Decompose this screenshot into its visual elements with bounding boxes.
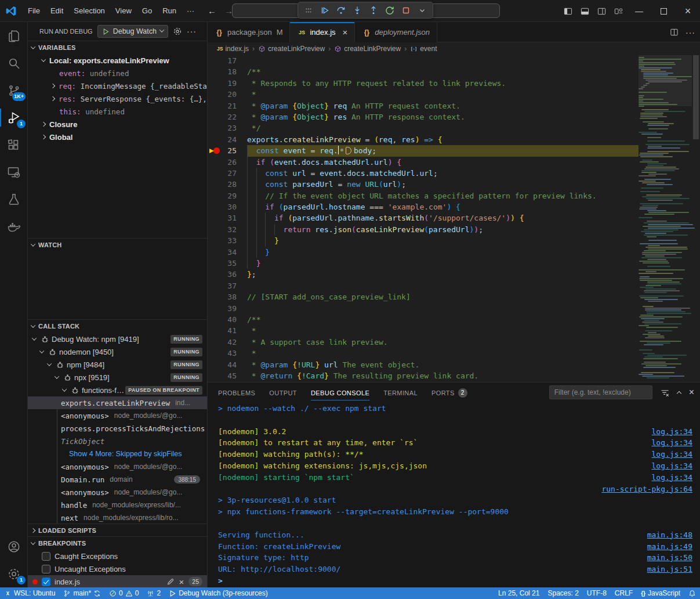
code-line-22[interactable]: 22 * @param {Object} res An HTTP respons… [208, 111, 639, 122]
code-line-30[interactable]: 30 if (parsedUrl.hostname === 'example.c… [208, 201, 639, 212]
code-line-38[interactable]: 38 // [START add_ons_case_preview_link] [208, 291, 639, 302]
step-out-button[interactable] [367, 3, 380, 17]
gutter-38[interactable]: 38 [208, 291, 247, 302]
toggle-panel-button[interactable] [576, 0, 593, 22]
code-line-20[interactable]: 20 * [208, 89, 639, 100]
menu-go[interactable]: Go [137, 6, 157, 15]
console-input[interactable]: > [208, 575, 700, 587]
status-branch[interactable]: main* [59, 587, 105, 599]
stack-frame-row[interactable]: handle node_modules/express/lib/... [28, 499, 207, 511]
debug-session-row[interactable]: npx [9519]RUNNING [28, 371, 207, 384]
variable-row[interactable]: this: undefined [28, 105, 207, 118]
breakpoint-row[interactable]: index.js ×25 [28, 575, 207, 587]
gutter-39[interactable]: 39 [208, 303, 247, 314]
stack-show-more-link[interactable]: Show 4 More: Skipped by skipFiles [28, 448, 207, 460]
status-cursor-position[interactable]: Ln 25, Col 21 [494, 587, 543, 599]
menu-edit[interactable]: Edit [45, 6, 68, 15]
code-line-32[interactable]: 32 return res.json(caseLinkPreview(parse… [208, 224, 639, 235]
console-filter-input[interactable] [549, 385, 652, 399]
gutter-34[interactable]: 34 [208, 247, 247, 258]
gutter-30[interactable]: 30 [208, 201, 247, 212]
code-line-40[interactable]: 40 /** [208, 314, 639, 325]
panel-tab-output[interactable]: OUTPUT [269, 383, 297, 403]
step-into-button[interactable] [350, 3, 364, 17]
console-source-link[interactable]: main.js:48 [647, 529, 692, 541]
code-line-24[interactable]: 24 exports.createLinkPreview = (req, res… [208, 134, 639, 145]
panel-tab-terminal[interactable]: TERMINAL [383, 383, 418, 403]
variable-row[interactable]: req: IncomingMessage {_readableState:… [28, 80, 207, 92]
breadcrumb-item[interactable]: event [410, 45, 437, 53]
minimap[interactable] [639, 55, 692, 382]
code-line-42[interactable]: 42 * A support case link preview. [208, 337, 639, 348]
continue-button[interactable] [318, 3, 332, 17]
activity-accounts[interactable] [0, 533, 28, 560]
remove-breakpoint-icon[interactable]: × [179, 577, 184, 587]
code-line-39[interactable]: 39 [208, 303, 639, 314]
call-stack-header[interactable]: CALL STACK [28, 320, 207, 333]
split-editor-icon[interactable] [670, 28, 679, 37]
customize-layout-button[interactable] [610, 0, 627, 22]
restart-button[interactable] [383, 3, 397, 17]
toggle-sidebar-button[interactable] [560, 0, 576, 22]
code-line-25[interactable]: 25 const event = req.body; [208, 145, 639, 156]
debug-session-row[interactable]: nodemon [9450]RUNNING [28, 345, 207, 358]
panel-close-icon[interactable]: × [689, 387, 694, 398]
code-line-23[interactable]: 23 */ [208, 122, 639, 133]
activity-run-and-debug[interactable]: 1 [0, 104, 28, 131]
gutter-25[interactable]: 25 [208, 145, 247, 156]
code-line-34[interactable]: 34 } [208, 247, 639, 258]
breakpoint-checkbox[interactable] [42, 552, 50, 561]
code-line-18[interactable]: 18 /** [208, 66, 639, 77]
gutter-18[interactable]: 18 [208, 66, 247, 77]
debug-session-row[interactable]: npm [9484]RUNNING [28, 358, 207, 371]
console-source-link[interactable]: main.js:50 [647, 552, 692, 564]
status-notifications[interactable] [684, 587, 700, 599]
gutter-32[interactable]: 32 [208, 224, 247, 235]
console-source-link[interactable]: main.js:49 [647, 541, 692, 553]
status-debug-session[interactable]: Debug Watch (3p-resources) [165, 587, 272, 599]
status-problems[interactable]: 0 0 [105, 587, 143, 599]
gutter-40[interactable]: 40 [208, 314, 247, 325]
console-source-link[interactable]: log.js:34 [652, 426, 692, 438]
gutter-45[interactable]: 45 [208, 370, 247, 381]
gutter-33[interactable]: 33 [208, 235, 247, 246]
stack-frame-row[interactable]: <anonymous> node_modules/@go... [28, 409, 207, 422]
activity-extensions[interactable] [0, 131, 28, 158]
console-source-link[interactable]: log.js:34 [652, 460, 692, 472]
breakpoint-row[interactable]: Uncaught Exceptions [28, 562, 207, 575]
gutter-20[interactable]: 20 [208, 89, 247, 100]
variable-row[interactable]: event: undefined [28, 67, 207, 80]
debug-console-output[interactable]: > nodemon --watch ./ --exec npm start [n… [208, 403, 700, 587]
gutter-35[interactable]: 35 [208, 258, 247, 269]
debug-session-row[interactable]: Debug Watch: npm [9419]RUNNING [28, 333, 207, 345]
menu-selection[interactable]: Selection [68, 6, 110, 15]
variable-scope-row[interactable]: Closure [28, 118, 207, 131]
status-encoding[interactable]: UTF-8 [583, 587, 611, 599]
gear-icon[interactable] [173, 27, 182, 36]
breakpoint-checkbox[interactable] [42, 565, 50, 573]
gutter-19[interactable]: 19 [208, 78, 247, 89]
drag-handle-button[interactable] [302, 3, 315, 17]
panel-tab-problems[interactable]: PROBLEMS [218, 383, 255, 403]
code-line-28[interactable]: 28 const parsedUrl = new URL(url); [208, 179, 639, 190]
editor-more-actions-icon[interactable]: ··· [686, 28, 695, 37]
breadcrumb-item[interactable]: createLinkPreview [334, 45, 401, 53]
watch-header[interactable]: WATCH [28, 239, 207, 251]
breakpoints-header[interactable]: BREAKPOINTS [28, 537, 207, 550]
code-line-19[interactable]: 19 * Responds to any HTTP request relate… [208, 78, 639, 89]
step-over-button[interactable] [334, 3, 348, 17]
more-sessions-button[interactable] [415, 3, 429, 17]
status-forwarded-ports[interactable]: 2 [143, 587, 165, 599]
activity-remote-explorer[interactable] [0, 158, 28, 186]
minimize-button[interactable]: — [627, 0, 651, 22]
stack-frame-row[interactable]: exports.createLinkPreview ind... [28, 396, 207, 409]
breadcrumb-item[interactable]: JSindex.js [217, 45, 249, 53]
console-source-link[interactable]: log.js:34 [652, 472, 692, 483]
code-line-21[interactable]: 21 * @param {Object} req An HTTP request… [208, 100, 639, 111]
breakpoint-checkbox[interactable] [42, 578, 50, 586]
code-line-44[interactable]: 44 * @param {!URL} url The event object. [208, 359, 639, 370]
gutter-43[interactable]: 43 [208, 348, 247, 359]
breadcrumb-item[interactable]: createLinkPreview [258, 45, 325, 53]
stack-frame-row[interactable]: Domain.run domain 388:15 [28, 473, 207, 486]
back-arrow-icon[interactable]: ← [208, 6, 216, 16]
